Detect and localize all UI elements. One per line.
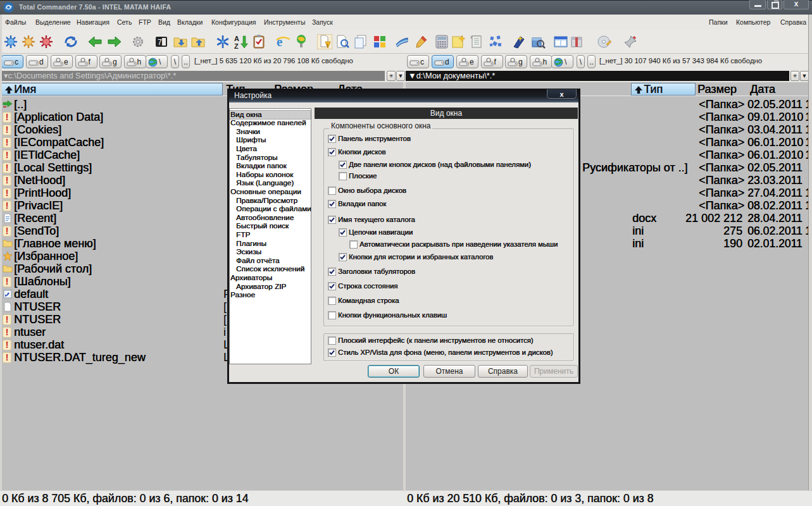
svg-text:Z: Z <box>234 42 239 49</box>
svg-text:7: 7 <box>158 38 162 47</box>
svg-text:e: e <box>277 34 282 49</box>
svg-text:!: ! <box>327 43 328 47</box>
svg-text:A: A <box>234 35 239 42</box>
